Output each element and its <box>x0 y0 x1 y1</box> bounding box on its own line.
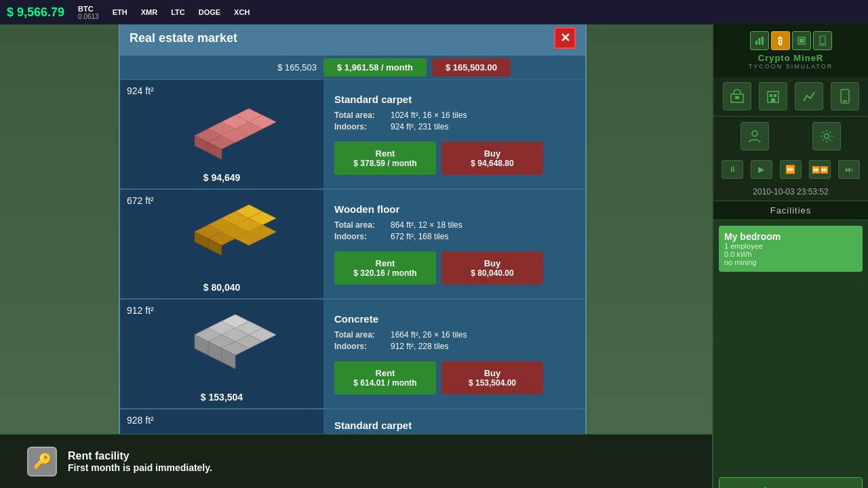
app-name: Crypto MineR <box>720 53 861 63</box>
property-price-2: $ 153,504 <box>201 392 243 403</box>
crypto-eth: ETH <box>113 8 127 16</box>
crypto-xmr: XMR <box>141 8 157 16</box>
info-totalarea-2: Total area: 1664 ft², 26 × 16 tiles <box>334 330 574 340</box>
action-buttons-2: Rent $ 614.01 / month Buy $ 153,504.00 <box>334 361 574 394</box>
property-size-3: 928 ft² <box>127 415 154 426</box>
top-rent-button[interactable]: $ 1,961.58 / month <box>323 58 427 77</box>
rent-facility-title: Rent facility <box>68 450 212 462</box>
property-info-0: Standard carpet Total area: 1024 ft², 16… <box>323 80 585 188</box>
right-panel: ₿ Crypto MineR TYCOON SIMULATOR <box>712 24 868 488</box>
bottom-notice-bar: 🔑 Rent facility First month is paid imme… <box>0 434 712 488</box>
rent-button-1[interactable]: Rent $ 320.16 / month <box>334 251 436 285</box>
fast-forward-button[interactable]: ⏩ <box>780 160 802 179</box>
bitcoin-icon: ₿ <box>771 31 790 50</box>
property-size-2: 912 ft² <box>127 305 154 316</box>
info-indoors-0: Indoors: 924 ft², 231 tiles <box>334 122 574 131</box>
chart-button[interactable] <box>795 82 823 110</box>
pause-button[interactable]: ⏸ <box>722 160 743 179</box>
modal-body[interactable]: $ 165,503 $ 1,961.58 / month $ 165,503.0… <box>120 56 585 435</box>
svg-rect-14 <box>843 100 847 102</box>
facility-employees: 1 employee <box>724 242 857 250</box>
svg-rect-11 <box>774 94 776 97</box>
property-row-2: 912 ft² <box>120 300 585 409</box>
property-size-1: 672 ft² <box>127 195 154 206</box>
add-facility-button[interactable]: ✚ Add facility <box>719 477 863 488</box>
svg-point-15 <box>752 131 757 136</box>
svg-rect-1 <box>758 38 760 45</box>
property-preview-1: 672 ft² <box>120 190 323 298</box>
svg-point-16 <box>825 134 829 139</box>
info-indoors-1: Indoors: 672 ft², 168 tiles <box>334 232 574 241</box>
top-cutoff-row: $ 165,503 $ 1,961.58 / month $ 165,503.0… <box>120 56 585 80</box>
info-totalarea-0: Total area: 1024 ft², 16 × 16 tiles <box>334 110 574 120</box>
main-nav-row2 <box>713 117 868 156</box>
buy-button-2[interactable]: Buy $ 153,504.00 <box>441 361 543 394</box>
action-buttons-0: Rent $ 378.59 / month Buy $ 94,648.80 <box>334 142 574 175</box>
main-nav-row1 <box>713 77 868 117</box>
buy-button-1[interactable]: Buy $ 80,040.00 <box>441 251 543 285</box>
phone-button[interactable] <box>831 82 859 110</box>
property-row-1: 672 ft² <box>120 190 585 300</box>
playback-bar: ⏸ ▶ ⏩ ⏩⏩ ⏭ <box>713 156 868 183</box>
modal-header: Real estate market ✕ <box>120 20 585 56</box>
property-price-1: $ 80,040 <box>203 282 241 293</box>
property-type-0: Standard carpet <box>334 94 574 105</box>
info-totalarea-1: Total area: 864 ft², 12 × 18 tiles <box>334 220 574 230</box>
svg-rect-0 <box>755 41 757 45</box>
property-type-3: Standard carpet <box>334 420 574 431</box>
real-estate-modal: Real estate market ✕ $ 165,503 $ 1,961.5… <box>119 19 587 436</box>
property-preview-2: 912 ft² <box>120 300 323 408</box>
property-type-2: Concrete <box>334 313 574 325</box>
faster-forward-button[interactable]: ⏩⏩ <box>809 160 831 179</box>
btc-price: $ 9,566.79 <box>7 5 64 20</box>
top-price: $ 165,503 <box>120 62 323 73</box>
settings-button[interactable] <box>812 122 841 150</box>
crypto-xch: XCH <box>234 8 250 16</box>
plus-icon: ✚ <box>760 485 770 488</box>
rent-facility-icon: 🔑 <box>27 447 57 476</box>
crypto-doge: DOGE <box>199 8 220 16</box>
fastest-button[interactable]: ⏭ <box>838 160 860 179</box>
svg-rect-2 <box>762 37 764 45</box>
facility-card: My bedroom 1 employee 0.0 kWh no mining <box>719 226 863 272</box>
facility-name: My bedroom <box>724 231 857 242</box>
facility-mining: no mining <box>724 258 857 266</box>
cpu-icon <box>792 31 811 50</box>
modal-title: Real estate market <box>130 31 237 45</box>
property-iso-1 <box>154 205 290 279</box>
property-info-3: Standard carpet <box>323 409 585 435</box>
shop-button[interactable] <box>723 82 751 110</box>
property-row-3: 928 ft² Standard carpet <box>120 409 585 435</box>
top-actions: $ 1,961.58 / month $ 165,503.00 <box>323 58 511 77</box>
svg-rect-8 <box>735 96 739 99</box>
property-preview-0: 924 ft² <box>120 80 323 188</box>
bar-chart-icon <box>750 31 769 50</box>
datetime-display: 2010-10-03 23:53:52 <box>713 183 868 201</box>
property-type-1: Wooden floor <box>334 203 574 215</box>
rent-button-2[interactable]: Rent $ 614.01 / month <box>334 361 436 394</box>
bottom-text-block: Rent facility First month is paid immedi… <box>68 450 212 473</box>
person-button[interactable] <box>741 122 769 150</box>
app-logo: ₿ Crypto MineR TYCOON SIMULATOR <box>713 24 868 77</box>
property-price-0: $ 94,649 <box>203 172 241 183</box>
play-button[interactable]: ▶ <box>751 160 772 179</box>
property-row-0: 924 ft² <box>120 80 585 190</box>
app-subtitle: TYCOON SIMULATOR <box>720 63 861 70</box>
property-iso-2 <box>154 314 290 389</box>
top-bar: $ 9,566.79 BTC 0.0613 ETH XMR LTC DOGE X… <box>0 0 868 24</box>
svg-rect-6 <box>821 43 824 45</box>
property-info-2: Concrete Total area: 1664 ft², 26 × 16 t… <box>323 300 585 408</box>
close-button[interactable]: ✕ <box>554 27 576 49</box>
info-indoors-2: Indoors: 912 ft², 228 tiles <box>334 342 574 351</box>
building-button[interactable] <box>759 82 787 110</box>
property-preview-3: 928 ft² <box>120 409 323 435</box>
crypto-btc: BTC 0.0613 <box>78 5 99 20</box>
svg-rect-4 <box>800 39 804 43</box>
buy-button-0[interactable]: Buy $ 94,648.80 <box>441 142 543 175</box>
crypto-ltc: LTC <box>171 8 185 16</box>
rent-button-0[interactable]: Rent $ 378.59 / month <box>334 142 436 175</box>
property-iso-0 <box>154 102 290 169</box>
property-info-1: Wooden floor Total area: 864 ft², 12 × 1… <box>323 190 585 298</box>
top-buy-button[interactable]: $ 165,503.00 <box>432 58 511 77</box>
mobile-icon <box>813 31 832 50</box>
